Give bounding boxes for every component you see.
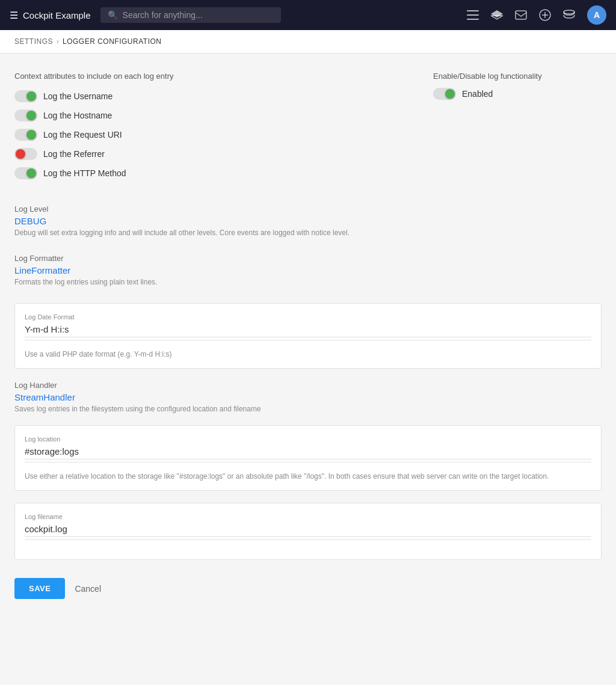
log-formatter-value[interactable]: LineFormatter [14,265,602,275]
toggle-referrer-label: Log the Referrer [43,149,105,159]
toggle-username-track[interactable] [14,90,37,102]
toggle-http-method-label: Log the HTTP Method [43,168,126,178]
toggle-username-thumb [26,91,36,101]
toggle-http-method-row[interactable]: Log the HTTP Method [14,167,409,179]
toggle-http-method-thumb [26,168,36,178]
log-location-label: Log location [25,435,591,443]
enable-toggle-thumb [445,89,455,99]
breadcrumb-current: LOGGER CONFIGURATION [63,37,161,46]
toggle-referrer-row[interactable]: Log the Referrer [14,148,409,160]
toggle-request-uri-label: Log the Request URI [43,130,122,140]
hamburger-icon[interactable]: ☰ [10,10,18,21]
toggle-username-row[interactable]: Log the Username [14,90,409,102]
log-filename-input[interactable] [25,524,591,537]
enable-toggle-row[interactable]: Enabled [433,88,602,100]
toggle-referrer-thumb [16,149,25,159]
search-input[interactable] [123,10,274,20]
breadcrumb-parent[interactable]: SETTINGS [14,37,53,46]
avatar[interactable]: A [587,5,606,25]
log-date-format-hint: Use a valid PHP date format (e.g. Y-m-d … [25,350,591,358]
search-bar[interactable]: 🔍 [100,7,282,23]
context-attributes: Context attributes to include on each lo… [14,72,409,186]
toggle-hostname-label: Log the Hostname [43,111,112,120]
plus-icon[interactable] [539,9,551,21]
breadcrumb-separator: › [57,37,59,46]
log-date-format-box: Log Date Format Use a valid PHP date for… [14,303,602,369]
toggle-request-uri-track[interactable] [14,129,37,141]
svg-rect-2 [467,19,479,20]
log-date-format-input[interactable] [25,324,591,337]
log-handler-desc: Saves log entries in the filesystem usin… [14,405,602,413]
log-handler-value[interactable]: StreamHandler [14,392,602,402]
mail-icon[interactable] [515,10,527,20]
log-formatter-label: Log Formatter [14,254,602,263]
log-handler-section: Log Handler StreamHandler Saves log entr… [14,381,602,413]
list-icon[interactable] [467,10,479,20]
toggle-hostname-track[interactable] [14,109,37,121]
toggles-container: Log the UsernameLog the HostnameLog the … [14,90,409,179]
search-icon: 🔍 [108,10,118,20]
top-section: Context attributes to include on each lo… [14,72,602,186]
log-filename-label: Log filename [25,513,591,520]
navbar: ☰ Cockpit Example 🔍 [0,0,616,30]
save-button[interactable]: SAVE [14,578,65,599]
nav-icons: A [467,5,606,25]
toggle-username-label: Log the Username [43,91,112,101]
enable-label: Enable/Disable log functionality [433,72,602,81]
toggle-hostname-thumb [26,111,36,120]
toggle-hostname-row[interactable]: Log the Hostname [14,109,409,121]
cancel-button[interactable]: Cancel [75,584,101,594]
toggle-request-uri-row[interactable]: Log the Request URI [14,129,409,141]
layers-icon[interactable] [491,10,503,20]
log-location-input[interactable] [25,446,591,459]
toggle-referrer-track[interactable] [14,148,37,160]
log-level-desc: Debug will set extra logging info and wi… [14,229,602,237]
svg-rect-0 [467,10,479,11]
svg-rect-5 [516,11,526,19]
breadcrumb: SETTINGS › LOGGER CONFIGURATION [0,30,616,54]
enable-toggle-track[interactable] [433,88,456,100]
main-content: Context attributes to include on each lo… [0,54,616,617]
database-icon[interactable] [563,10,575,20]
toggle-http-method-track[interactable] [14,167,37,179]
svg-rect-1 [467,14,479,16]
log-formatter-section: Log Formatter LineFormatter Formats the … [14,254,602,286]
log-location-box: Log location Use either a relative locat… [14,425,602,491]
brand-name: Cockpit Example [23,10,91,20]
svg-point-9 [564,10,574,14]
enable-toggle-label: Enabled [462,89,493,99]
log-level-value[interactable]: DEBUG [14,216,602,226]
context-label: Context attributes to include on each lo… [14,72,409,81]
enable-section: Enable/Disable log functionality Enabled [433,72,602,186]
log-handler-label: Log Handler [14,381,602,390]
log-level-label: Log Level [14,204,602,213]
log-level-section: Log Level DEBUG Debug will set extra log… [14,204,602,237]
log-formatter-desc: Formats the log entries using plain text… [14,278,602,286]
toggle-request-uri-thumb [26,130,36,140]
log-filename-box: Log filename [14,503,602,560]
log-date-format-label: Log Date Format [25,313,591,321]
log-location-hint: Use either a relative location to the st… [25,472,591,481]
brand: ☰ Cockpit Example [10,10,91,21]
button-row: SAVE Cancel [14,578,602,599]
